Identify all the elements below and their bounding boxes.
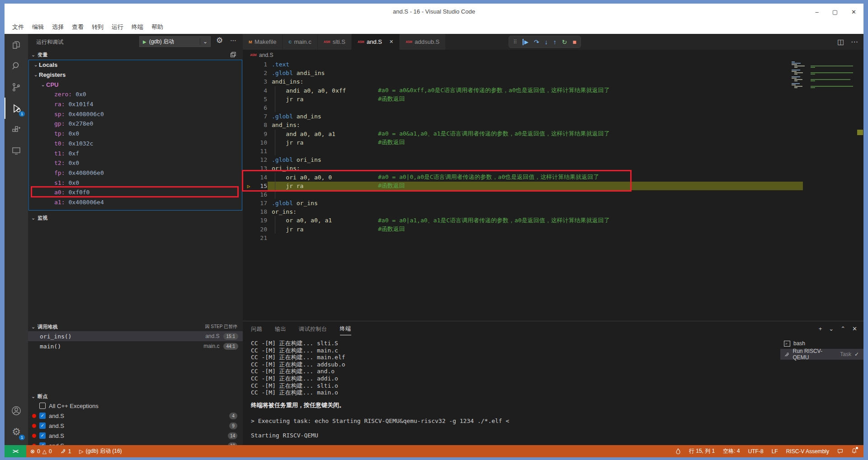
- search-icon[interactable]: [5, 55, 28, 76]
- checkbox-checked[interactable]: ✓: [39, 413, 46, 419]
- watch-section-header[interactable]: ⌄ 监视: [28, 213, 243, 223]
- code-line-1[interactable]: 1.text: [243, 60, 863, 69]
- variables-section-header[interactable]: ⌄ 变量: [28, 50, 243, 60]
- tab-and-s[interactable]: ASMand.S✕: [352, 34, 400, 50]
- code-line-2[interactable]: 2.globl andi_ins: [243, 69, 863, 77]
- register-row-sp[interactable]: sp:0x408006c0: [29, 109, 242, 119]
- code-line-20[interactable]: 20 jr ra#函数返回: [243, 225, 863, 234]
- register-row-t0[interactable]: t0:0x1032c: [29, 139, 242, 149]
- register-row-zero[interactable]: zero:0x0: [29, 89, 242, 99]
- code-line-17[interactable]: 17.globl or_ins: [243, 199, 863, 207]
- step-into-icon[interactable]: ↓: [545, 38, 548, 46]
- panel-tab-problems[interactable]: 问题: [251, 323, 262, 335]
- debug-session-status[interactable]: ▷ (gdb) 启动 (16): [75, 445, 126, 457]
- notifications-status[interactable]: [847, 445, 863, 457]
- maximize-panel-icon[interactable]: ⌃: [840, 325, 845, 332]
- minimize-icon[interactable]: –: [816, 9, 819, 15]
- variables-scope-locals[interactable]: ⌄Locals: [29, 60, 242, 70]
- menu-item-terminal[interactable]: 终端: [127, 21, 147, 33]
- code-line-21[interactable]: 21: [243, 234, 863, 242]
- remote-explorer-icon[interactable]: [5, 140, 28, 161]
- open-view-icon[interactable]: [230, 52, 236, 59]
- minimap[interactable]: [790, 61, 858, 90]
- eol-setting[interactable]: LF: [768, 445, 782, 457]
- register-row-fp[interactable]: fp:0x408006e0: [29, 168, 242, 178]
- encoding-setting[interactable]: UTF-8: [744, 445, 768, 457]
- close-panel-icon[interactable]: ✕: [852, 325, 857, 332]
- indentation-setting[interactable]: 空格: 4: [719, 445, 744, 457]
- feedback-status[interactable]: [833, 445, 847, 457]
- code-line-5[interactable]: 5 jr ra#函数返回: [243, 95, 863, 103]
- breakpoint-row-line-4[interactable]: ✓and.S4: [28, 411, 243, 421]
- code-line-11[interactable]: 11: [243, 147, 863, 155]
- continue-icon[interactable]: ▶: [523, 39, 528, 45]
- panel-tab-terminal[interactable]: 终端: [340, 322, 351, 335]
- code-line-9[interactable]: 9 and a0, a0, a1#a0 = a0&a1,a0、a1是C语言调用者…: [243, 130, 863, 138]
- tab-slti-s[interactable]: ASMslti.S: [318, 34, 352, 50]
- terminal-session-bash[interactable]: >bash: [780, 338, 863, 349]
- start-debug-icon[interactable]: ▶: [143, 39, 146, 44]
- breakpoint-row-exceptions[interactable]: All C++ Exceptions: [28, 401, 243, 411]
- breadcrumb[interactable]: ASM and.S: [243, 50, 863, 60]
- menu-item-goto[interactable]: 转到: [88, 21, 108, 33]
- breakpoint-row-line-14[interactable]: ✓and.S14: [28, 431, 243, 441]
- maximize-icon[interactable]: ▢: [832, 9, 838, 15]
- register-row-tp[interactable]: tp:0x0: [29, 129, 242, 139]
- cursor-position[interactable]: 行 15, 列 1: [685, 445, 719, 457]
- code-line-6[interactable]: 6: [243, 103, 863, 112]
- code-line-12[interactable]: 12.globl ori_ins: [243, 155, 863, 164]
- register-row-gp[interactable]: gp:0x278e0: [29, 119, 242, 129]
- call-stack-frame-main[interactable]: main()main.c44:1: [28, 341, 243, 351]
- terminal-session-run-riscv-qemu[interactable]: Run RISCV-QEMUTask✓: [780, 349, 863, 360]
- menu-item-run[interactable]: 运行: [108, 21, 127, 33]
- restart-icon[interactable]: ↻: [562, 38, 567, 46]
- step-out-icon[interactable]: ↑: [553, 38, 557, 46]
- panel-tab-debug-console[interactable]: 调试控制台: [299, 323, 327, 335]
- debug-settings-gear-icon[interactable]: ⚙: [216, 36, 223, 45]
- menu-item-file[interactable]: 文件: [8, 21, 28, 33]
- code-line-3[interactable]: 3andi_ins:: [243, 77, 863, 86]
- language-mode[interactable]: RISC-V Assembly: [782, 445, 833, 457]
- extensions-icon[interactable]: [5, 119, 28, 140]
- breadcrumb-file[interactable]: and.S: [259, 52, 273, 58]
- flame-status[interactable]: [671, 445, 685, 457]
- chevron-down-icon[interactable]: ⌄: [200, 38, 210, 45]
- menu-item-help[interactable]: 帮助: [147, 21, 167, 33]
- problems-status[interactable]: ⊗ 0 △ 0: [26, 445, 56, 457]
- code-line-18[interactable]: 18or_ins:: [243, 207, 863, 216]
- tab-makefile[interactable]: MMakefile: [243, 34, 283, 50]
- close-tab-icon[interactable]: ✕: [389, 39, 393, 45]
- register-row-t2[interactable]: t2:0x0: [29, 158, 242, 168]
- remote-indicator[interactable]: ><: [5, 445, 26, 457]
- breakpoint-row-line-9[interactable]: ✓and.S9: [28, 421, 243, 431]
- more-actions-icon[interactable]: ⋯: [230, 37, 236, 44]
- panel-tab-output[interactable]: 输出: [275, 323, 286, 335]
- register-row-t1[interactable]: t1:0xf: [29, 148, 242, 158]
- register-row-a1[interactable]: a1:0x408006e4: [29, 197, 242, 207]
- code-line-8[interactable]: 8and_ins:: [243, 121, 863, 129]
- code-line-4[interactable]: 4 andi a0, a0, 0xff#a0 = a0&0xff,a0是C语言调…: [243, 86, 863, 95]
- drag-grip-icon[interactable]: ⠿: [513, 39, 517, 45]
- more-actions-icon[interactable]: ⋯: [851, 38, 858, 46]
- source-control-icon[interactable]: [5, 76, 28, 98]
- code-line-19[interactable]: 19 or a0, a0, a1#a0 = a0|a1,a0、a1是C语言调用者…: [243, 216, 863, 225]
- tab-main-c[interactable]: Cmain.c: [283, 34, 317, 50]
- menu-item-selection[interactable]: 选择: [48, 21, 68, 33]
- tab-addsub-s[interactable]: ASMaddsub.S: [400, 34, 446, 50]
- run-and-debug-icon[interactable]: 1: [5, 98, 28, 119]
- code-line-7[interactable]: 7.globl and_ins: [243, 112, 863, 121]
- checkbox-checked[interactable]: ✓: [39, 422, 46, 429]
- breakpoints-section-header[interactable]: ⌄ 断点: [28, 391, 243, 401]
- variables-scope-registers[interactable]: ⌄Registers: [29, 70, 242, 80]
- call-stack-section-header[interactable]: ⌄ 调用堆栈 因 STEP 已暂停: [28, 322, 243, 332]
- new-terminal-icon[interactable]: +: [819, 325, 822, 332]
- split-editor-icon[interactable]: ◫: [837, 38, 844, 46]
- terminal-dropdown-icon[interactable]: ⌄: [829, 325, 834, 332]
- running-tasks-status[interactable]: 1: [56, 445, 75, 457]
- explorer-icon[interactable]: [5, 34, 28, 55]
- breakpoint-row-line-19[interactable]: ✓and.S19: [28, 441, 243, 445]
- menu-item-edit[interactable]: 编辑: [28, 21, 48, 33]
- step-over-icon[interactable]: ↷: [534, 38, 539, 46]
- menu-item-view[interactable]: 查看: [68, 21, 88, 33]
- settings-gear-icon[interactable]: ⚙ 1: [5, 421, 28, 442]
